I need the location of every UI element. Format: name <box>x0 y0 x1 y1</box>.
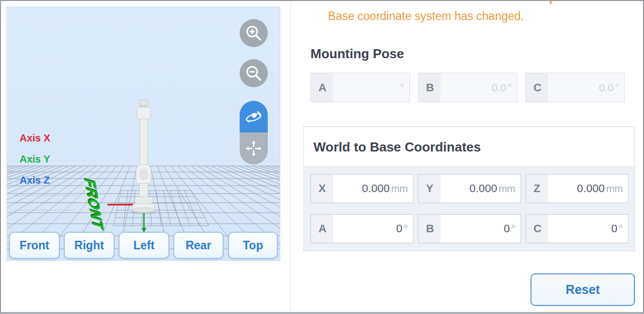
field-label: B <box>418 215 441 243</box>
field-unit: ° <box>511 223 515 235</box>
field-label: C <box>526 73 548 102</box>
field-unit: ° <box>508 82 512 94</box>
field-value: 0 <box>396 222 402 235</box>
view-top-button[interactable]: Top <box>228 232 278 259</box>
field-label: B <box>418 73 441 102</box>
view-left-button[interactable]: Left <box>119 232 169 259</box>
magnifier-minus-icon <box>245 65 262 82</box>
field-label: Z <box>526 175 548 203</box>
field-label: A <box>311 73 333 102</box>
field-value: 0.000 <box>362 182 390 195</box>
axis-z-label: Axis Z <box>20 175 50 186</box>
field-value: 0.0 <box>491 82 506 94</box>
robot-installation-window: FRONT Axis X Axis Y Axis Z <box>0 0 644 314</box>
rotate-view-button[interactable] <box>240 101 268 132</box>
field-unit: mm <box>499 183 515 195</box>
mounting-a-field: A ° <box>310 73 410 102</box>
panel-divider <box>290 1 291 312</box>
orbit-icon <box>244 108 264 126</box>
field-value: 0.000 <box>470 182 497 195</box>
field-label: C <box>526 215 548 243</box>
view-right-button[interactable]: Right <box>64 232 115 259</box>
world-y-field[interactable]: Y 0.000 mm <box>418 174 521 203</box>
reset-button[interactable]: Reset <box>530 273 635 306</box>
field-unit: mm <box>391 183 408 195</box>
pan-view-button[interactable] <box>240 132 268 165</box>
move-arrows-icon <box>244 138 264 159</box>
warning-message: Base coordinate system has changed. <box>328 10 524 23</box>
zoom-in-button[interactable] <box>240 19 268 47</box>
field-value: 0.000 <box>577 182 605 195</box>
field-value: 0.0 <box>599 82 613 94</box>
mounting-c-field: C 0.0 ° <box>525 73 625 102</box>
viewport-3d[interactable]: FRONT Axis X Axis Y Axis Z <box>7 7 280 261</box>
mounting-pose-title: Mounting Pose <box>310 46 404 62</box>
field-unit: ° <box>619 223 623 235</box>
world-c-field[interactable]: C 0 ° <box>525 214 628 243</box>
field-label: A <box>311 215 333 243</box>
axis-x-label: Axis X <box>20 132 50 144</box>
zoom-out-button[interactable] <box>240 59 268 87</box>
field-unit: ° <box>404 223 408 235</box>
world-to-base-title: World to Base Coordinates <box>313 139 481 155</box>
field-unit: ° <box>615 82 619 94</box>
world-a-field[interactable]: A 0 ° <box>310 214 413 243</box>
field-unit: mm <box>606 183 623 195</box>
world-z-field[interactable]: Z 0.000 mm <box>525 174 628 203</box>
view-front-button[interactable]: Front <box>9 232 60 259</box>
magnifier-plus-icon <box>245 25 262 42</box>
axis-y-label: Axis Y <box>20 153 50 165</box>
clipped-warning-remnant: y <box>317 1 554 5</box>
field-label: X <box>311 175 333 203</box>
field-unit: ° <box>400 82 404 94</box>
world-b-field[interactable]: B 0 ° <box>418 214 521 243</box>
view-rear-button[interactable]: Rear <box>173 232 224 259</box>
field-value: 0 <box>504 222 510 235</box>
field-value: 0 <box>611 222 617 235</box>
world-to-base-panel: World to Base Coordinates X 0.000 mm Y 0… <box>303 126 635 251</box>
field-label: Y <box>418 175 441 203</box>
view-mode-toggle <box>240 101 268 165</box>
mounting-b-field: B 0.0 ° <box>418 73 517 102</box>
world-x-field[interactable]: X 0.000 mm <box>310 174 413 203</box>
